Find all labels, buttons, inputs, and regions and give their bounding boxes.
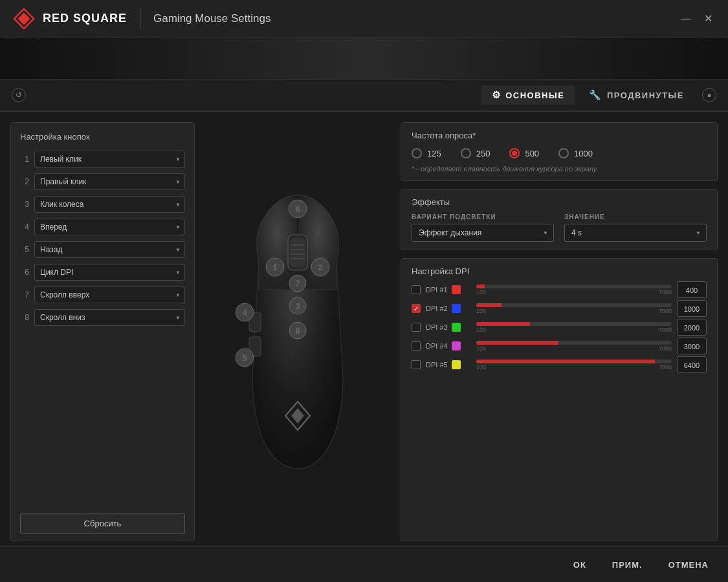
dpi-4-value: 3000	[677, 338, 707, 354]
dpi-4-label: DPI #4	[426, 341, 471, 350]
tab-left-icon[interactable]: ↺	[12, 88, 26, 102]
effects-variant-wrap: Эффект дыхания Статичный Выключен	[412, 224, 554, 242]
effects-variant-select[interactable]: Эффект дыхания Статичный Выключен	[412, 224, 554, 242]
btn-select-wrap-2: Правый клик	[34, 173, 185, 190]
tab-bar: ↺ ⚙ ОСНОВНЫЕ 🔧 ПРОДВИНУТЫЕ ●	[0, 80, 728, 112]
btn-select-6[interactable]: Цикл DPI	[34, 264, 185, 281]
button-panel-title: Настройка кнопок	[20, 132, 185, 142]
btn-select-3[interactable]: Клик колеса	[34, 196, 185, 213]
dpi-title: Настройка DPI	[412, 266, 707, 276]
apply-button[interactable]: ПРИМ.	[607, 556, 648, 574]
right-panel: Частота опроса* 125 250 500 1000	[401, 122, 718, 541]
mouse-svg: 6 3 1 2 4 5 7	[214, 183, 382, 480]
effects-row: ВАРИАНТ ПОДСВЕТКИ Эффект дыхания Статичн…	[412, 213, 707, 242]
dpi-4-color	[452, 341, 461, 350]
window-controls: — ✕	[677, 11, 716, 26]
tab-main[interactable]: ⚙ ОСНОВНЫЕ	[481, 85, 575, 105]
svg-text:3: 3	[295, 301, 300, 311]
btn-num-1: 1	[20, 155, 29, 164]
effects-value-label: ЗНАЧЕНИЕ	[564, 213, 707, 221]
effects-value-select[interactable]: 4 s 2 s 8 s	[564, 224, 707, 242]
dpi-2-slider-wrap: 1007000	[476, 303, 672, 314]
svg-text:6: 6	[295, 204, 300, 214]
mouse-panel: 6 3 1 2 4 5 7	[195, 122, 401, 541]
dpi-3-color	[452, 323, 461, 332]
btn-select-5[interactable]: Назад	[34, 241, 185, 258]
dpi-2-value: 1000	[677, 300, 707, 317]
svg-rect-4	[290, 238, 305, 267]
poll-500[interactable]: 500	[509, 148, 539, 158]
button-row-5: 5 Назад	[20, 241, 185, 258]
reset-button[interactable]: Сбросить	[20, 513, 185, 534]
dpi-2-slider[interactable]	[476, 303, 672, 307]
title-bar: RED SQUARE Gaming Mouse Settings — ✕	[0, 0, 728, 38]
btn-num-4: 4	[20, 222, 29, 232]
svg-marker-1	[18, 12, 30, 25]
poll-note: * - определяет плавность движения курсор…	[412, 165, 707, 173]
dpi-row-3: DPI #3 1007000 2000	[412, 319, 707, 336]
effects-section: Эффекты ВАРИАНТ ПОДСВЕТКИ Эффект дыхания…	[401, 189, 718, 250]
poll-250[interactable]: 250	[461, 148, 491, 158]
close-button[interactable]: ✕	[700, 11, 716, 26]
tab-advanced[interactable]: 🔧 ПРОДВИНУТЫЕ	[579, 85, 694, 105]
ok-button[interactable]: ОК	[568, 556, 591, 574]
btn-select-4[interactable]: Вперед	[34, 219, 185, 235]
dpi-5-checkbox[interactable]	[412, 360, 421, 369]
logo-area: RED SQUARE	[12, 6, 127, 31]
poll-250-circle	[461, 148, 471, 158]
button-row-6: 6 Цикл DPI	[20, 264, 185, 281]
mouse-image: 6 3 1 2 4 5 7	[214, 183, 382, 480]
dpi-3-slider[interactable]	[476, 322, 672, 326]
btn-select-wrap-6: Цикл DPI	[34, 264, 185, 281]
logo-icon	[12, 6, 36, 31]
dpi-3-slider-wrap: 1007000	[476, 322, 672, 333]
dpi-3-label: DPI #3	[426, 323, 471, 332]
dpi-row-2: DPI #2 1007000 1000	[412, 300, 707, 317]
dpi-1-value: 400	[677, 281, 707, 298]
banner	[0, 38, 728, 80]
dpi-4-slider[interactable]	[476, 341, 672, 345]
polling-radio-group: 125 250 500 1000	[412, 148, 707, 158]
btn-select-wrap-8: Скролл вниз	[34, 309, 185, 326]
tab-right-icon[interactable]: ●	[702, 88, 716, 102]
dpi-5-slider[interactable]	[476, 360, 672, 363]
button-row-4: 4 Вперед	[20, 219, 185, 235]
btn-select-8[interactable]: Скролл вниз	[34, 309, 185, 326]
dpi-1-slider-wrap: 1007000	[476, 285, 672, 296]
minimize-button[interactable]: —	[677, 11, 695, 26]
button-row-7: 7 Скролл вверх	[20, 286, 185, 303]
svg-text:5: 5	[242, 353, 247, 363]
dpi-2-color	[452, 304, 461, 313]
btn-select-wrap-7: Скролл вверх	[34, 286, 185, 303]
btn-select-1[interactable]: Левый клик	[34, 151, 185, 167]
poll-125[interactable]: 125	[412, 148, 441, 158]
title-divider	[140, 8, 140, 29]
dpi-1-checkbox[interactable]	[412, 285, 421, 294]
dpi-2-range: 1007000	[476, 308, 672, 314]
dpi-5-value: 6400	[677, 356, 707, 373]
main-content: Настройка кнопок 1 Левый клик 2 Правый к…	[0, 112, 728, 546]
svg-text:7: 7	[295, 279, 300, 288]
button-row-8: 8 Скролл вниз	[20, 309, 185, 326]
btn-select-2[interactable]: Правый клик	[34, 173, 185, 190]
btn-num-3: 3	[20, 200, 29, 209]
dpi-2-checkbox[interactable]	[412, 304, 421, 313]
effects-variant-label: ВАРИАНТ ПОДСВЕТКИ	[412, 213, 554, 221]
brand-name: RED SQUARE	[43, 12, 127, 25]
dpi-3-range: 1007000	[476, 327, 672, 333]
btn-num-5: 5	[20, 245, 29, 254]
dpi-3-checkbox[interactable]	[412, 323, 421, 332]
btn-select-7[interactable]: Скролл вверх	[34, 286, 185, 303]
btn-num-7: 7	[20, 290, 29, 299]
button-row-3: 3 Клик колеса	[20, 196, 185, 213]
dpi-4-checkbox[interactable]	[412, 341, 421, 350]
btn-select-wrap-4: Вперед	[34, 219, 185, 235]
dpi-1-slider[interactable]	[476, 285, 672, 288]
dpi-1-label: DPI #1	[426, 285, 471, 294]
poll-1000-circle	[558, 148, 569, 158]
cancel-button[interactable]: ОТМЕНА	[663, 556, 714, 574]
btn-num-8: 8	[20, 313, 29, 322]
btn-select-wrap-1: Левый клик	[34, 151, 185, 167]
poll-1000[interactable]: 1000	[558, 148, 593, 158]
dpi-1-range: 1007000	[476, 289, 672, 296]
